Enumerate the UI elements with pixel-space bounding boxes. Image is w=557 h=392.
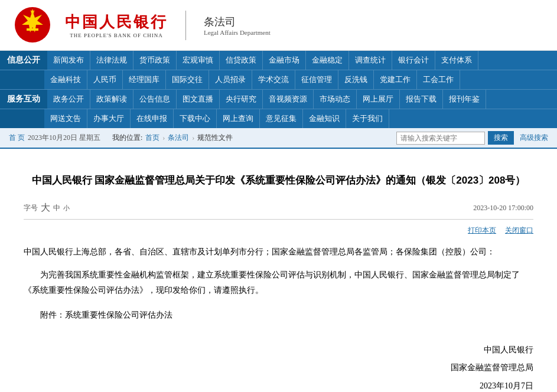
bank-name-cn: 中国人民银行 — [65, 12, 168, 32]
sig-line3: 2023年10月7日 — [24, 377, 533, 392]
article-actions: 打印本页 关闭窗口 — [24, 226, 533, 236]
nav-payment[interactable]: 支付体系 — [435, 51, 478, 70]
nav-gov-open[interactable]: 政务公开 — [47, 90, 90, 109]
nav-academic[interactable]: 学术交流 — [252, 70, 295, 89]
nav-label-blank — [0, 70, 44, 89]
print-link[interactable]: 打印本页 — [468, 226, 496, 236]
nav-online-hall[interactable]: 网上展厅 — [357, 90, 400, 109]
svg-rect-2 — [27, 28, 38, 31]
content-area: 中国人民银行 国家金融监督管理总局关于印发《系统重要性保险公司评估办法》的通知（… — [0, 149, 557, 392]
nav-reports[interactable]: 报告下载 — [400, 90, 443, 109]
nav-fin-knowledge[interactable]: 金融知识 — [303, 109, 346, 128]
nav-row3-items: 政务公开 政策解读 公告信息 图文直播 央行研究 音视频资源 市场动态 网上展厅… — [47, 90, 557, 109]
nav-row-2: 金融科技 人民币 经理国库 国际交往 人员招录 学术交流 征信管理 反洗钱 党建… — [0, 70, 557, 89]
article-meta: 字号 大 中 小 2023-10-20 17:00:00 — [24, 197, 533, 220]
nav-online-inquiry[interactable]: 网上查询 — [217, 109, 260, 128]
breadcrumb-bar: 首 页 2023年10月20日 星期五 我的位置: 首页 › 条法司 › 规范性… — [0, 128, 557, 149]
nav-row2-items: 金融科技 人民币 经理国库 国际交往 人员招录 学术交流 征信管理 反洗钱 党建… — [44, 70, 557, 89]
body-intro: 中国人民银行上海总部，各省、自治区、直辖市及计划单列市分行；国家金融监督管理总局… — [24, 244, 533, 260]
search-area: 搜索 高级搜索 — [396, 131, 548, 145]
nav-law[interactable]: 法律法规 — [90, 51, 133, 70]
font-large-button[interactable]: 大 — [41, 202, 50, 214]
nav-row-4: 网送文告 办事大厅 在线申报 下载中心 网上查询 意见征集 金融知识 关于我们 — [0, 109, 557, 128]
nav-intl[interactable]: 国际交往 — [166, 70, 209, 89]
breadcrumb-left: 首 页 2023年10月20日 星期五 我的位置: 首页 › 条法司 › 规范性… — [9, 133, 233, 143]
search-input[interactable] — [396, 132, 485, 145]
nav-label-info: 信息公开 — [0, 51, 47, 70]
nav-media[interactable]: 音视频资源 — [263, 90, 314, 109]
attachment-label: 附件：系统重要性保险公司评估办法 — [40, 308, 533, 324]
close-link[interactable]: 关闭窗口 — [505, 226, 533, 236]
nav-credit[interactable]: 信贷政策 — [220, 51, 263, 70]
nav-download[interactable]: 下载中心 — [174, 109, 217, 128]
site-header: 中国人民银行 THE PEOPLE'S BANK OF CHINA 条法司 Le… — [0, 0, 557, 51]
nav-monetary[interactable]: 货币政策 — [133, 51, 177, 70]
nav-financial-market[interactable]: 金融市场 — [263, 51, 306, 70]
nav-pboc-research[interactable]: 央行研究 — [220, 90, 263, 109]
advanced-search-link[interactable]: 高级搜索 — [520, 133, 548, 143]
nav-market-dynamics[interactable]: 市场动态 — [314, 90, 357, 109]
article-date: 2023-10-20 17:00:00 — [473, 204, 533, 213]
body-para1: 为完善我国系统重要性金融机构监管框架，建立系统重要性保险公司评估与识别机制，中国… — [24, 267, 533, 299]
bank-emblem — [9, 6, 56, 44]
breadcrumb-sep1: › — [162, 133, 165, 142]
breadcrumb-home-text[interactable]: 首页 — [145, 133, 159, 143]
nav-banking[interactable]: 银行会计 — [392, 51, 435, 70]
breadcrumb-section: 规范性文件 — [197, 133, 233, 143]
nav-row-1: 信息公开 新闻发布 法律法规 货币政策 宏观审慎 信贷政策 金融市场 金融稳定 … — [0, 51, 557, 70]
sig-line2: 国家金融监督管理总局 — [24, 359, 533, 377]
nav-news[interactable]: 新闻发布 — [47, 51, 90, 70]
nav-row1-items: 新闻发布 法律法规 货币政策 宏观审慎 信贷政策 金融市场 金融稳定 调查统计 … — [47, 51, 557, 70]
nav-party[interactable]: 党建工作 — [374, 70, 417, 89]
font-small-button[interactable]: 小 — [63, 204, 70, 213]
nav-union[interactable]: 工会工作 — [417, 70, 460, 89]
breadcrumb-date: 2023年10月20日 星期五 — [28, 133, 100, 143]
nav-financial-stability[interactable]: 金融稳定 — [306, 51, 349, 70]
article-signature: 中国人民银行 国家金融监督管理总局 2023年10月7日 — [24, 341, 533, 392]
nav-announcements[interactable]: 公告信息 — [133, 90, 177, 109]
logo-area: 中国人民银行 THE PEOPLE'S BANK OF CHINA 条法司 Le… — [9, 6, 271, 44]
nav-service-hall[interactable]: 办事大厅 — [87, 109, 131, 128]
navigation: 信息公开 新闻发布 法律法规 货币政策 宏观审慎 信贷政策 金融市场 金融稳定 … — [0, 51, 557, 128]
article-body: 中国人民银行上海总部，各省、自治区、直辖市及计划单列市分行；国家金融监督管理总局… — [24, 244, 533, 323]
nav-label-blank2 — [0, 109, 44, 128]
nav-macro[interactable]: 宏观审慎 — [177, 51, 220, 70]
search-button[interactable]: 搜索 — [488, 131, 514, 145]
breadcrumb-dept[interactable]: 条法司 — [168, 133, 189, 143]
dept-name-en: Legal Affairs Department — [204, 29, 271, 36]
bank-name-en: THE PEOPLE'S BANK OF CHINA — [70, 32, 163, 38]
breadcrumb-sep2: › — [192, 133, 194, 142]
nav-feedback[interactable]: 意见征集 — [260, 109, 303, 128]
breadcrumb-my-location: 我的位置: — [112, 133, 142, 143]
nav-survey[interactable]: 调查统计 — [349, 51, 392, 70]
nav-row4-items: 网送文告 办事大厅 在线申报 下载中心 网上查询 意见征集 金融知识 关于我们 — [44, 109, 557, 128]
nav-rmb[interactable]: 人民币 — [87, 70, 123, 89]
nav-online-notice[interactable]: 网送文告 — [44, 109, 87, 128]
nav-online-filing[interactable]: 在线申报 — [131, 109, 174, 128]
sig-line1: 中国人民银行 — [24, 341, 533, 360]
dept-name-cn: 条法司 — [204, 15, 271, 29]
font-size-controls: 字号 大 中 小 — [24, 202, 70, 214]
nav-policy-interp[interactable]: 政策解读 — [90, 90, 133, 109]
dept-info: 条法司 Legal Affairs Department — [204, 15, 271, 36]
nav-credit-ref[interactable]: 征信管理 — [295, 70, 338, 89]
nav-recruitment[interactable]: 人员招录 — [209, 70, 252, 89]
nav-graphic-live[interactable]: 图文直播 — [177, 90, 220, 109]
logo-text: 中国人民银行 THE PEOPLE'S BANK OF CHINA — [65, 12, 168, 38]
font-label: 字号 — [24, 203, 38, 213]
nav-aml[interactable]: 反洗钱 — [338, 70, 374, 89]
nav-treasury[interactable]: 经理国库 — [123, 70, 166, 89]
nav-label-service: 服务互动 — [0, 90, 47, 109]
nav-row-3: 服务互动 政务公开 政策解读 公告信息 图文直播 央行研究 音视频资源 市场动态… — [0, 89, 557, 109]
header-divider — [185, 11, 186, 40]
font-medium-button[interactable]: 中 — [53, 203, 60, 213]
nav-fintech[interactable]: 金融科技 — [44, 70, 87, 89]
nav-publications[interactable]: 报刊年鉴 — [443, 90, 486, 109]
nav-about[interactable]: 关于我们 — [346, 109, 389, 128]
article-title: 中国人民银行 国家金融监督管理总局关于印发《系统重要性保险公司评估办法》的通知（… — [24, 172, 533, 188]
breadcrumb-home-link[interactable]: 首 页 — [9, 133, 25, 143]
